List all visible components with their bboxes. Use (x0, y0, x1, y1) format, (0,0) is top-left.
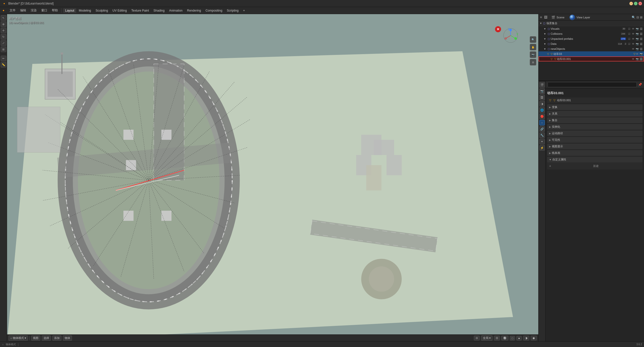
outliner-icon-btn[interactable]: ≡ (540, 15, 542, 19)
collisions-eye[interactable]: 👁 (631, 32, 635, 36)
minimize-button[interactable]: − (629, 2, 633, 5)
nav-camera[interactable]: 📷 (530, 51, 536, 58)
tab-layout[interactable]: Layout (63, 8, 76, 13)
prop-world-icon[interactable]: 🔴 (539, 114, 545, 119)
properties-pin-icon[interactable]: 📌 (638, 83, 642, 86)
prop-section-relations-header[interactable]: ▶ 关系 (547, 111, 642, 117)
collisions-camera[interactable]: 📷 (635, 32, 639, 36)
scene-collection-expand[interactable]: ▼ (540, 22, 542, 25)
prop-section-instancing-header[interactable]: ▶ 实例化 (547, 124, 642, 130)
display-mode-icon[interactable]: 🖼 (544, 15, 547, 19)
prop-section-visibility-header[interactable]: ▶ 可见性 (547, 137, 642, 143)
prop-particles-icon[interactable]: ✦ (539, 139, 545, 144)
overlay-icon-top[interactable]: ⊞ (640, 16, 642, 19)
tab-scripting[interactable]: Scripting (225, 8, 241, 13)
outliner-item-data[interactable]: ▼ ◻ Data 114 2 ☑ 👁 📷 🖼 (539, 41, 644, 46)
tab-compositing[interactable]: Compositing (204, 8, 224, 13)
maximize-button[interactable]: □ (634, 2, 637, 5)
visuals-render[interactable]: 🖼 (639, 27, 643, 30)
visuals-checkbox[interactable]: ☑ (627, 27, 631, 30)
outliner-item-dongche03-001[interactable]: ▽ ▽ 动车03.001 👁 📷 🖼 (539, 56, 644, 61)
data-camera[interactable]: 📷 (635, 42, 639, 46)
overlay-toggle[interactable]: 🔘 (501, 336, 508, 340)
newobjects-render[interactable]: 🖼 (639, 47, 643, 51)
menu-file[interactable]: 文件 (8, 8, 18, 13)
tool-rotate[interactable]: ↻ (1, 34, 6, 40)
prop-output-icon[interactable]: 🖼 (539, 95, 545, 100)
select-menu[interactable]: 选择 (42, 335, 51, 341)
unpacked-camera[interactable]: 📷 (635, 37, 639, 41)
data-eye[interactable]: 👁 (631, 42, 635, 46)
unpacked-checkbox[interactable]: ☑ (627, 37, 631, 41)
prop-section-collections-header[interactable]: ▶ 集合 (547, 117, 642, 123)
close-button[interactable]: × (638, 2, 642, 5)
newobjects-eye[interactable]: 👁 (631, 47, 635, 51)
prop-data-block[interactable]: ▽ ▽ 动车03.001 (547, 97, 642, 103)
collisions-checkbox[interactable]: ☑ (627, 32, 631, 36)
prop-render-icon[interactable]: 📷 (539, 88, 545, 94)
unpacked-eye[interactable]: 👁 (631, 37, 635, 41)
menu-window[interactable]: 窗口 (39, 8, 49, 13)
view-menu[interactable]: 视图 (31, 335, 40, 341)
tool-annotate[interactable]: ✏ (1, 56, 6, 61)
outliner-item-dongche03[interactable]: ▽ ▽ 动车03 ▽ 👁 📷 (539, 51, 644, 56)
prop-object-icon[interactable]: ○ (539, 120, 545, 125)
menu-render[interactable]: 渲染 (29, 8, 39, 13)
tool-move[interactable]: ✛ (1, 28, 6, 33)
tab-uv-editing[interactable]: UV Editing (110, 8, 129, 13)
tab-sculpting[interactable]: Sculpting (94, 8, 110, 13)
menu-help[interactable]: 帮助 (50, 8, 60, 13)
data-render[interactable]: 🖼 (639, 42, 643, 46)
add-menu[interactable]: 添加 (52, 335, 61, 341)
prop-physics-icon[interactable]: ⚡ (539, 145, 545, 151)
object-mode-selector[interactable]: ○ 物体模式 ▾ (9, 335, 28, 341)
viewport[interactable]: 用户透视 (4) newObjects | 动车03.001 Z (7, 14, 538, 341)
outliner-item-newobjects[interactable]: ▼ ◻ newObjects 👁 📷 🖼 (539, 46, 644, 51)
search-icon-top[interactable]: 🔍 (632, 16, 635, 19)
outliner-item-unpacked-prefabs[interactable]: ▼ ◻ Unpacked prefabs 276 ☑ 👁 📷 🖼 (539, 36, 644, 41)
tab-modeling[interactable]: Modeling (77, 8, 93, 13)
add-workspace-button[interactable]: + (241, 8, 247, 13)
snapping-toggle[interactable]: 全局▾ (481, 335, 493, 341)
tool-cursor[interactable]: ⊕ (1, 21, 6, 27)
tool-measure[interactable]: 📏 (1, 62, 6, 67)
nav-zoom[interactable]: 🔍 (530, 36, 536, 43)
newobjects-camera[interactable]: 📷 (635, 47, 639, 51)
dongche03-001-eye[interactable]: 👁 (631, 57, 635, 61)
outliner-item-visuals[interactable]: ▼ ◻ Visuals 30 ☑ 👁 📷 🖼 (539, 26, 644, 31)
prop-modifier-icon[interactable]: 🔧 (539, 132, 545, 138)
red-x-indicator[interactable]: ✕ (495, 26, 501, 32)
tab-rendering[interactable]: Rendering (185, 8, 203, 13)
tab-shading[interactable]: Shading (151, 8, 167, 13)
shading-solid[interactable]: ● (516, 336, 522, 340)
tool-scale[interactable]: ⤢ (1, 40, 6, 46)
transform-pivot[interactable]: ⊡ (494, 336, 500, 340)
proportional-edit[interactable]: ⊙ (474, 336, 480, 340)
tab-animation[interactable]: Animation (167, 8, 184, 13)
blender-menu-icon[interactable]: 🔸 (1, 8, 6, 13)
view-layer-selector[interactable]: View Layer (570, 15, 590, 20)
shading-rendered[interactable]: ◉ (531, 336, 537, 340)
prop-section-viewport-display-header[interactable]: ▶ 视图显示 (547, 144, 642, 149)
collisions-render[interactable]: 🖼 (639, 32, 643, 36)
properties-search[interactable] (548, 82, 637, 87)
prop-scene-props-icon[interactable]: 🌐 (539, 107, 545, 113)
dongche03-camera[interactable]: 📷 (639, 52, 643, 56)
shading-wireframe[interactable]: □ (510, 336, 515, 340)
nav-grid[interactable]: ⊞ (530, 59, 536, 65)
dongche03-eye[interactable]: 👁 (635, 52, 639, 56)
prop-section-motion-paths-header[interactable]: ▶ 运动路径 (547, 130, 642, 136)
scene-selector[interactable]: 🎬 Scene (551, 16, 564, 19)
filter-icon-top[interactable]: ⊟ (636, 16, 639, 19)
unpacked-render[interactable]: 🖼 (639, 37, 643, 41)
outliner-item-collisions[interactable]: ▼ ◻ Collisions 244 ☑ 👁 📷 🖼 (539, 31, 644, 36)
prop-view-layer-icon[interactable]: ◑ (539, 101, 545, 107)
nav-pan[interactable]: ✋ (530, 44, 536, 50)
prop-section-transform-header[interactable]: ▶ 变换 (547, 104, 642, 110)
title-bar-controls[interactable]: − □ × (629, 2, 642, 5)
prop-scene-icon[interactable]: 🎬 (539, 82, 545, 88)
tool-select[interactable]: ↖ (1, 15, 6, 21)
tab-texture-paint[interactable]: Texture Paint (129, 8, 151, 13)
prop-section-lineart-header[interactable]: ▶ 线条画 (547, 150, 642, 156)
dongche03-001-camera[interactable]: 📷 (635, 57, 639, 61)
